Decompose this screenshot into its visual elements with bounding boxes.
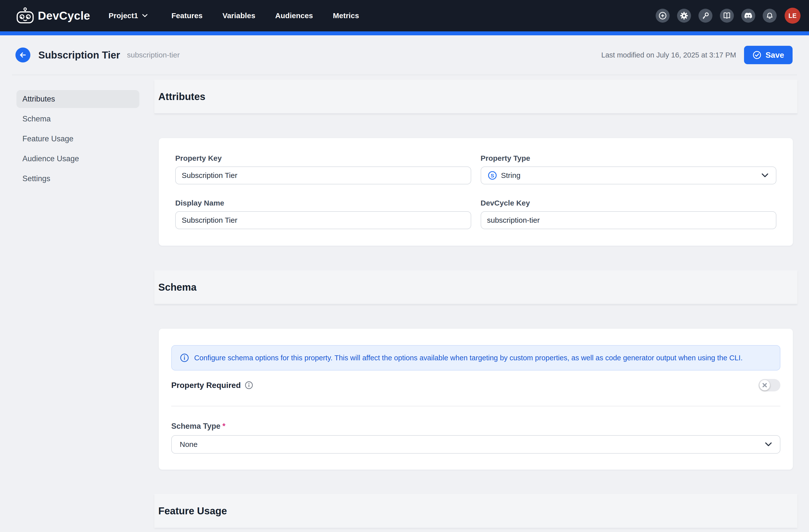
property-type-label: Property Type <box>481 154 777 162</box>
navbar-actions: LE <box>648 8 801 24</box>
schema-type-value: None <box>180 440 197 449</box>
schema-type-select[interactable]: None <box>171 435 780 454</box>
sidebar-item-schema[interactable]: Schema <box>16 110 139 128</box>
devcycle-key-label: DevCycle Key <box>481 199 777 207</box>
page-title: Subscription Tier <box>38 50 120 61</box>
devcycle-key-input[interactable] <box>481 211 777 229</box>
devcycle-logo-icon <box>16 7 34 24</box>
project-selector[interactable]: Project1 <box>108 12 148 20</box>
info-icon <box>180 353 189 362</box>
chevron-down-icon <box>142 14 148 17</box>
schema-type-label: Schema Type* <box>171 422 780 431</box>
nav-metrics[interactable]: Metrics <box>333 12 359 20</box>
accent-bar <box>0 31 809 35</box>
notifications-button[interactable] <box>763 9 777 23</box>
user-avatar[interactable]: LE <box>785 8 801 24</box>
property-required-label: Property Required <box>171 381 241 390</box>
string-type-icon: S <box>488 171 497 180</box>
devcycle-key-field: DevCycle Key <box>481 199 777 229</box>
avatar-initials: LE <box>788 12 796 19</box>
last-modified-text: Last modified on July 16, 2025 at 3:17 P… <box>601 51 736 59</box>
key-icon <box>702 12 709 20</box>
logo-text: DevCycle <box>38 9 90 22</box>
sidebar: Attributes Schema Feature Usage Audience… <box>0 75 154 190</box>
required-asterisk: * <box>223 422 225 430</box>
chevron-down-icon <box>761 173 769 178</box>
schema-info-alert: Configure schema options for this proper… <box>171 345 780 371</box>
docs-button[interactable] <box>720 9 734 23</box>
sidebar-item-settings[interactable]: Settings <box>16 170 139 188</box>
chevron-down-icon <box>765 442 772 447</box>
page-header: Subscription Tier subscription-tier Last… <box>0 35 809 75</box>
discord-icon <box>744 12 753 20</box>
bell-icon <box>766 12 774 20</box>
arrow-left-icon <box>19 52 27 58</box>
info-icon[interactable] <box>245 381 253 389</box>
discord-button[interactable] <box>741 9 755 23</box>
property-required-toggle[interactable] <box>758 379 780 391</box>
display-name-input[interactable] <box>175 211 471 229</box>
property-key-input[interactable] <box>175 166 471 184</box>
x-icon <box>762 383 767 387</box>
sidebar-item-feature-usage[interactable]: Feature Usage <box>16 130 139 148</box>
gear-icon <box>680 12 688 20</box>
property-key-field: Property Key <box>175 154 471 184</box>
property-key-label: Property Key <box>175 154 471 162</box>
nav-audiences[interactable]: Audiences <box>275 12 313 20</box>
save-label: Save <box>765 51 784 60</box>
nav-features[interactable]: Features <box>172 12 203 20</box>
create-button[interactable] <box>656 9 670 23</box>
primary-nav: Features Variables Audiences Metrics <box>172 12 359 20</box>
devcycle-logo: DevCycle <box>16 7 90 24</box>
attributes-card: Property Key Property Type S String <box>158 138 793 246</box>
schema-alert-text: Configure schema options for this proper… <box>194 354 742 362</box>
attributes-heading: Attributes <box>158 91 205 102</box>
svg-text:S: S <box>490 173 494 178</box>
schema-card-divider <box>171 406 780 406</box>
check-circle-icon <box>753 51 761 59</box>
section-heading-feature-usage: Feature Usage <box>154 494 797 528</box>
section-heading-attributes: Attributes <box>154 80 797 114</box>
nav-variables[interactable]: Variables <box>223 12 255 20</box>
section-heading-schema: Schema <box>154 270 797 304</box>
plus-circle-icon <box>659 12 667 20</box>
schema-heading: Schema <box>158 282 196 293</box>
property-required-row: Property Required <box>171 379 780 391</box>
toggle-knob <box>759 380 770 390</box>
page-key: subscription-tier <box>127 51 180 59</box>
property-type-select[interactable]: S String <box>481 166 777 184</box>
api-keys-button[interactable] <box>699 9 712 23</box>
main-content: Attributes Property Key Property Type S <box>154 75 797 528</box>
sidebar-item-audience-usage[interactable]: Audience Usage <box>16 150 139 168</box>
book-icon <box>723 12 731 20</box>
schema-card: Configure schema options for this proper… <box>158 328 793 470</box>
settings-button[interactable] <box>677 9 691 23</box>
display-name-field: Display Name <box>175 199 471 229</box>
property-type-value: String <box>501 171 520 180</box>
feature-usage-heading: Feature Usage <box>158 506 227 517</box>
property-type-field: Property Type S String <box>481 154 777 184</box>
top-navbar: DevCycle Project1 Features Variables Aud… <box>0 0 809 31</box>
back-button[interactable] <box>15 48 30 63</box>
display-name-label: Display Name <box>175 199 471 207</box>
save-button[interactable]: Save <box>744 46 793 64</box>
project-label: Project1 <box>108 12 138 20</box>
sidebar-item-attributes[interactable]: Attributes <box>16 90 139 108</box>
